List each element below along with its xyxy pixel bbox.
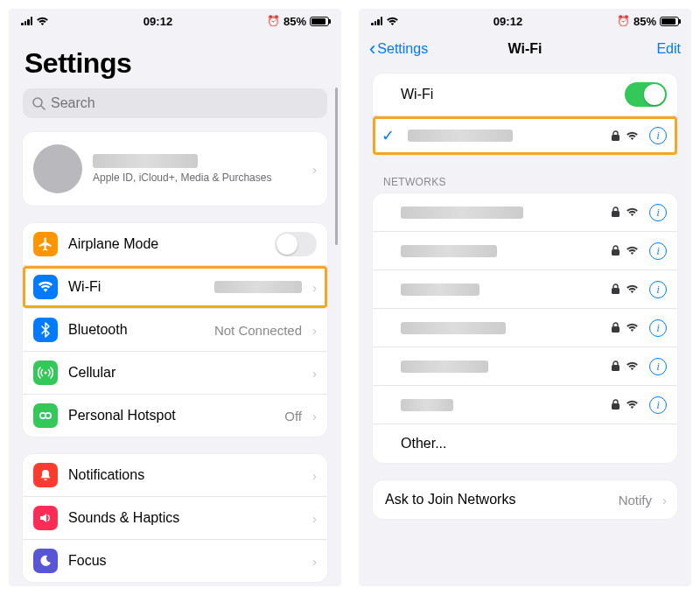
- scrollbar[interactable]: [335, 88, 338, 245]
- network-name-redacted: [401, 399, 453, 411]
- page-title: Settings: [24, 47, 326, 80]
- wifi-signal-icon: [626, 246, 639, 256]
- svg-rect-7: [612, 249, 620, 256]
- row-label: Focus: [68, 553, 302, 569]
- row-bluetooth[interactable]: Bluetooth Not Connected ›: [23, 309, 327, 352]
- networks-header: NETWORKS: [373, 172, 677, 193]
- row-label: Airplane Mode: [68, 236, 264, 252]
- wifi-toggle[interactable]: [625, 82, 667, 107]
- network-name-redacted: [401, 206, 523, 219]
- lock-icon: [611, 245, 620, 256]
- network-row[interactable]: i: [373, 347, 677, 386]
- wifi-signal-icon: [626, 131, 639, 141]
- network-row[interactable]: i: [373, 309, 677, 347]
- info-icon[interactable]: i: [649, 127, 667, 144]
- edit-button[interactable]: Edit: [656, 41, 681, 57]
- other-label: Other...: [401, 436, 667, 452]
- sounds-icon: [33, 506, 58, 530]
- ask-join-card[interactable]: Ask to Join Networks Notify ›: [373, 480, 677, 519]
- notifications-icon: [33, 463, 58, 487]
- focus-icon: [33, 549, 58, 573]
- row-personal-hotspot[interactable]: Personal Hotspot Off ›: [23, 395, 327, 437]
- battery-percentage: 85%: [284, 15, 306, 28]
- wifi-toggle-row: Wi-Fi: [373, 74, 677, 116]
- bluetooth-icon: [33, 318, 58, 342]
- row-focus[interactable]: Focus ›: [23, 540, 327, 582]
- wifi-signal-icon: [626, 323, 639, 332]
- chevron-right-icon: ›: [662, 493, 667, 508]
- network-row[interactable]: i: [373, 232, 677, 270]
- search-icon: [32, 96, 46, 110]
- info-icon[interactable]: i: [649, 242, 667, 260]
- battery-percentage: 85%: [634, 15, 656, 28]
- back-label: Settings: [377, 41, 428, 57]
- network-row[interactable]: i: [373, 270, 677, 309]
- battery-icon: [310, 17, 329, 26]
- apple-id-card[interactable]: Apple ID, iCloud+, Media & Purchases ›: [23, 132, 327, 206]
- lock-icon: [611, 322, 620, 333]
- battery-icon: [660, 17, 679, 26]
- ask-join-value: Notify: [619, 493, 652, 508]
- row-value: Not Connected: [214, 323, 302, 338]
- network-name-redacted: [401, 322, 506, 334]
- cellular-signal-icon: [371, 17, 382, 25]
- apple-id-name-redacted: [93, 154, 198, 168]
- info-icon[interactable]: i: [649, 281, 667, 298]
- airplane-icon: [33, 232, 58, 256]
- svg-rect-8: [612, 288, 620, 294]
- chevron-right-icon: ›: [312, 323, 317, 338]
- wifi-status-icon: [36, 17, 49, 26]
- svg-rect-11: [612, 403, 620, 410]
- connected-network-row[interactable]: ✓ i: [373, 116, 677, 155]
- network-name-redacted: [401, 284, 480, 296]
- chevron-right-icon: ›: [312, 554, 317, 569]
- network-name-redacted: [401, 245, 497, 257]
- wifi-signal-icon: [626, 284, 639, 294]
- row-label: Wi-Fi: [68, 279, 204, 295]
- row-sounds-haptics[interactable]: Sounds & Haptics ›: [23, 497, 327, 540]
- row-label: Notifications: [68, 467, 302, 483]
- settings-group-connectivity: Airplane Mode Wi-Fi › Bluetooth Not Conn…: [23, 223, 327, 437]
- chevron-right-icon: ›: [312, 511, 317, 526]
- ask-join-label: Ask to Join Networks: [385, 492, 608, 508]
- wifi-status-icon: [386, 17, 399, 26]
- row-cellular[interactable]: Cellular ›: [23, 352, 327, 395]
- svg-rect-6: [612, 211, 620, 217]
- chevron-right-icon: ›: [312, 409, 317, 424]
- row-label: Personal Hotspot: [68, 408, 274, 424]
- svg-rect-9: [612, 326, 620, 332]
- chevron-right-icon: ›: [312, 280, 317, 295]
- row-notifications[interactable]: Notifications ›: [23, 454, 327, 497]
- info-icon[interactable]: i: [649, 396, 667, 414]
- info-icon[interactable]: i: [649, 319, 667, 337]
- alarm-icon: ⏰: [267, 15, 280, 27]
- row-label: Sounds & Haptics: [68, 510, 302, 526]
- row-airplane-mode[interactable]: Airplane Mode: [23, 223, 327, 266]
- hotspot-icon: [33, 403, 58, 428]
- lock-icon: [611, 206, 620, 218]
- back-button[interactable]: ‹ Settings: [369, 41, 428, 57]
- other-network-row[interactable]: Other...: [373, 424, 677, 463]
- alarm-icon: ⏰: [617, 15, 630, 27]
- wifi-signal-icon: [626, 207, 639, 217]
- search-input[interactable]: [23, 88, 327, 118]
- lock-icon: [611, 284, 620, 295]
- row-wifi[interactable]: Wi-Fi ›: [23, 266, 327, 309]
- airplane-toggle[interactable]: [275, 232, 317, 256]
- checkmark-icon: ✓: [382, 126, 397, 145]
- wifi-signal-icon: [626, 400, 639, 410]
- lock-icon: [611, 360, 620, 372]
- wifi-value-redacted: [214, 281, 302, 293]
- navbar: ‹ Settings Wi-Fi Edit: [359, 32, 691, 68]
- lock-icon: [611, 130, 620, 142]
- info-icon[interactable]: i: [649, 358, 667, 375]
- info-icon[interactable]: i: [649, 204, 667, 221]
- network-row[interactable]: i: [373, 386, 677, 424]
- search-field[interactable]: [51, 95, 318, 111]
- chevron-right-icon: ›: [312, 468, 317, 483]
- network-row[interactable]: i: [373, 193, 677, 232]
- status-bar: 09:12 ⏰ 85%: [359, 9, 691, 32]
- row-value: Off: [284, 409, 302, 424]
- row-label: Cellular: [68, 365, 302, 381]
- svg-rect-5: [612, 135, 620, 141]
